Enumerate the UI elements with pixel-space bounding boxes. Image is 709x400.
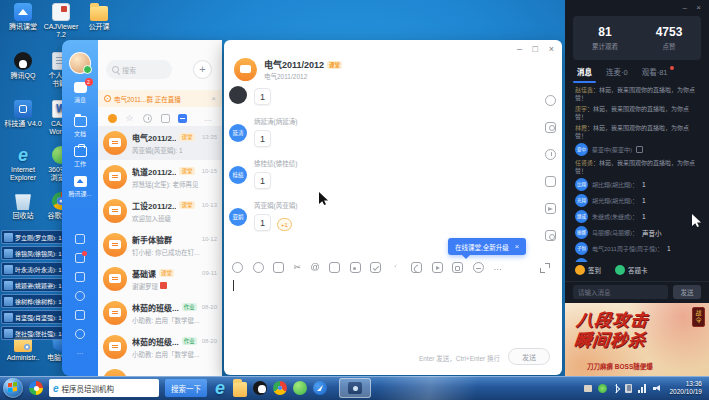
- tab-connect-mic[interactable]: 连麦·0: [606, 66, 628, 77]
- taskbar-search-box[interactable]: e 程序员培训机构: [49, 379, 159, 397]
- conversation-item[interactable]: 基础课课堂09-11谢谢罗瑾: [98, 262, 222, 296]
- conversation-item[interactable]: 新手体验群10-12钉小秘: 你已成功在钉...: [98, 228, 222, 262]
- history-tab-icon[interactable]: [143, 114, 152, 123]
- start-button[interactable]: [3, 378, 23, 398]
- notes-icon[interactable]: [545, 176, 556, 187]
- live-member-avatar[interactable]: 成荣: [575, 258, 588, 262]
- desktop-icon[interactable]: 腾讯课堂: [2, 3, 44, 31]
- image-icon[interactable]: [350, 262, 361, 273]
- conversation-item[interactable]: 轨道2011/2..课堂10-15郑慧瑶(北笙): 老师再见: [98, 160, 222, 194]
- calendar-icon[interactable]: [75, 234, 85, 244]
- taskbar-ie-icon[interactable]: [213, 381, 227, 395]
- taskbar-360-icon[interactable]: [293, 381, 307, 395]
- conversation-item[interactable]: 电气1821/1..课堂08-20: [98, 364, 222, 376]
- message-input[interactable]: [232, 278, 554, 338]
- live-now-banner[interactable]: 电气2011...群 正在直播 ×: [98, 90, 222, 107]
- call-icon[interactable]: [411, 262, 422, 273]
- desktop-icon[interactable]: 科技通 V4.0: [2, 100, 44, 128]
- desktop-icon[interactable]: 回收站: [2, 192, 44, 220]
- taskbar-search-button[interactable]: 搜索一下: [165, 379, 207, 397]
- docs-tab-icon[interactable]: [178, 114, 187, 123]
- message-toast[interactable]: 张社强(张社强): 1: [1, 326, 65, 340]
- gif-icon[interactable]: [253, 262, 264, 273]
- clipboard-tray-icon[interactable]: [625, 384, 632, 393]
- mention-icon[interactable]: @: [311, 262, 320, 273]
- member-avatar[interactable]: [229, 86, 247, 104]
- live-member-avatar[interactable]: 继成: [575, 210, 588, 223]
- shake-icon[interactable]: [391, 262, 402, 273]
- live-send-button[interactable]: 发送: [673, 285, 701, 299]
- 360-pinwheel-icon[interactable]: [29, 381, 43, 395]
- video-icon[interactable]: [432, 262, 443, 273]
- search-input[interactable]: 搜索: [106, 60, 172, 79]
- clock[interactable]: 13:36 2020/10/19: [669, 380, 702, 396]
- desktop-icon[interactable]: 公开课: [78, 3, 120, 31]
- cloud-icon[interactable]: [75, 329, 85, 339]
- tooltip-close-icon[interactable]: ×: [515, 242, 520, 251]
- desktop-icon[interactable]: Internet Explorer: [2, 146, 44, 182]
- add-button[interactable]: +: [193, 60, 212, 79]
- live-member-avatar[interactable]: 光翔: [575, 194, 588, 207]
- like-icon[interactable]: [273, 262, 284, 273]
- star-tab-icon[interactable]: ☆: [126, 114, 135, 123]
- emoji-icon[interactable]: [232, 262, 243, 273]
- network-tray-icon[interactable]: [638, 384, 647, 393]
- taskbar-browser-icon[interactable]: [313, 381, 327, 395]
- minimize-button[interactable]: –: [517, 44, 522, 54]
- tab-messages[interactable]: 消息: [577, 66, 592, 77]
- live-member-avatar[interactable]: 丽娜: [575, 226, 588, 239]
- taskbar-qq-icon[interactable]: [253, 381, 267, 395]
- desktop-icon[interactable]: CAJViewer 7.2: [40, 3, 82, 39]
- answer-card-button[interactable]: 答题卡: [615, 265, 648, 275]
- message-toast[interactable]: 叶永涛(叶永涛): 1: [1, 262, 65, 276]
- settings-icon[interactable]: [545, 95, 556, 106]
- live-chat-input[interactable]: 请输入消息: [573, 285, 668, 299]
- 360-tray-icon[interactable]: [598, 384, 607, 393]
- more-tab-icon[interactable]: …: [204, 114, 212, 123]
- board-tab-icon[interactable]: [161, 114, 170, 123]
- expand-icon[interactable]: [540, 263, 550, 273]
- volume-tray-icon[interactable]: [653, 384, 663, 393]
- taskbar-chrome-icon[interactable]: [273, 381, 287, 395]
- conversation-item[interactable]: 林茹的班级...作业08-20小助教: 启用「数学健...: [98, 296, 222, 330]
- live-close-button[interactable]: ×: [696, 3, 701, 12]
- live-member-avatar[interactable]: 亚中: [575, 143, 588, 156]
- reaction-badge[interactable]: +1: [277, 218, 292, 231]
- message-toast[interactable]: 罗立刚(罗立刚): 1: [1, 230, 65, 244]
- taskbar-folder-icon[interactable]: [233, 382, 247, 397]
- ime-tray-icon[interactable]: [584, 385, 592, 392]
- vote-icon[interactable]: [370, 262, 381, 273]
- classroom-entry-icon[interactable]: [452, 262, 463, 273]
- screenshot-icon[interactable]: ✂: [294, 262, 302, 273]
- members-icon[interactable]: [545, 122, 556, 133]
- sidebar-item-work[interactable]: 工作: [62, 146, 98, 168]
- game-ad-banner[interactable]: 八段攻击 瞬间秒杀 刀刀麻痹 BOSS随便爆 战令: [565, 303, 709, 376]
- conversation-item[interactable]: 工设2011/2..课堂10-13欢迎加入班级: [98, 194, 222, 228]
- phone-icon[interactable]: [75, 291, 85, 301]
- close-icon[interactable]: ×: [211, 94, 216, 103]
- desktop-icon[interactable]: 腾讯QQ: [2, 52, 44, 80]
- todo-icon[interactable]: [75, 253, 85, 263]
- message-toast[interactable]: 肖坚强(肖坚强): 1: [1, 310, 65, 324]
- member-avatar[interactable]: 延涛: [229, 124, 247, 142]
- live-icon[interactable]: [545, 230, 556, 241]
- member-avatar[interactable]: 亚娟: [229, 208, 247, 226]
- group-avatar[interactable]: [234, 58, 257, 81]
- live-member-avatar[interactable]: 子恒: [575, 242, 588, 255]
- live-member-avatar[interactable]: 比翔: [575, 178, 588, 191]
- flash-icon[interactable]: [75, 272, 85, 282]
- message-toast[interactable]: 姚颖姿(姚颖姿): 1: [1, 278, 65, 292]
- file-icon[interactable]: [329, 262, 340, 273]
- history-icon[interactable]: [545, 149, 556, 160]
- message-toast[interactable]: 徐树桦(徐树桦): 1: [1, 294, 65, 308]
- bluetooth-tray-icon[interactable]: [613, 384, 619, 393]
- checkin-button[interactable]: 签到: [575, 265, 601, 275]
- live-minimize-button[interactable]: –: [683, 3, 687, 12]
- sidebar-item-doc[interactable]: 文档: [62, 116, 98, 138]
- conversation-item[interactable]: 林茹的班级...作业08-20小助教: 启用「数学健...: [98, 330, 222, 364]
- redpacket-icon[interactable]: [473, 262, 484, 273]
- sidebar-item-msg[interactable]: 2消息: [62, 82, 98, 104]
- send-button[interactable]: 发送: [508, 348, 550, 365]
- close-button[interactable]: ×: [549, 44, 554, 54]
- member-avatar[interactable]: 桂绩: [229, 166, 247, 184]
